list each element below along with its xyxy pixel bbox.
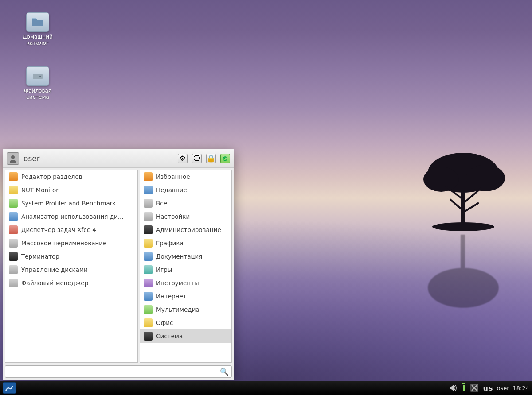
category-label: Офис — [156, 319, 173, 326]
app-icon — [9, 279, 18, 287]
wallpaper-tree — [415, 146, 512, 235]
search-input[interactable] — [8, 368, 220, 375]
cat-games[interactable]: Игры — [140, 263, 231, 276]
svg-point-5 — [428, 268, 499, 308]
category-icon — [144, 239, 153, 248]
category-label: Интернет — [156, 293, 187, 300]
app-label: Диспетчер задач Xfce 4 — [21, 226, 96, 233]
lock-icon: 🔒 — [207, 154, 215, 163]
filesystem-icon[interactable]: Файловая система — [18, 66, 58, 101]
taskbar: us oser 18:24 — [0, 381, 532, 395]
taskbar-user-label: oser — [497, 385, 509, 391]
svg-point-8 — [39, 76, 41, 77]
category-label: Инструменты — [156, 279, 199, 287]
user-avatar-icon — [7, 152, 19, 165]
svg-point-4 — [432, 222, 494, 231]
category-icon — [144, 279, 153, 287]
cat-graphics[interactable]: Графика — [140, 236, 231, 250]
svg-point-10 — [5, 389, 7, 391]
cat-office[interactable]: Офис — [140, 316, 231, 329]
category-icon — [144, 212, 153, 221]
app-disk-management[interactable]: Управление дисками — [5, 263, 137, 276]
app-icon — [9, 239, 18, 248]
svg-point-9 — [11, 155, 15, 159]
cat-multimedia[interactable]: Мультимедиа — [140, 303, 231, 316]
category-icon — [144, 292, 153, 301]
logout-button[interactable]: ⎋ — [220, 154, 230, 163]
app-icon — [9, 199, 18, 208]
app-label: Файловый менеджер — [21, 279, 88, 287]
app-terminator[interactable]: Терминатор — [5, 250, 137, 263]
cat-recent[interactable]: Недавние — [140, 183, 231, 197]
app-bulk-rename[interactable]: Массовое переименование — [5, 236, 137, 250]
home-folder-icon[interactable]: Домашний каталог — [18, 12, 58, 46]
cat-internet[interactable]: Интернет — [140, 290, 231, 303]
appmenu-categories-pane: ИзбранноеНедавниеВсеНастройкиАдминистрир… — [140, 170, 232, 363]
app-icon — [9, 252, 18, 261]
svg-point-2 — [466, 165, 505, 191]
cat-all[interactable]: Все — [140, 197, 231, 210]
category-icon — [144, 252, 153, 261]
svg-point-1 — [423, 167, 459, 192]
volume-icon[interactable] — [448, 383, 458, 393]
clock[interactable]: 18:24 — [513, 385, 529, 391]
app-label: System Profiler and Benchmark — [21, 200, 116, 207]
logout-icon: ⎋ — [223, 154, 227, 163]
wallpaper-tree-reflection — [415, 235, 512, 314]
folder-icon — [26, 12, 49, 32]
svg-rect-3 — [461, 186, 465, 226]
search-icon: 🔍 — [220, 368, 229, 376]
app-icon — [9, 186, 18, 194]
app-label: NUT Monitor — [21, 186, 59, 194]
category-label: Графика — [156, 240, 184, 247]
display-button[interactable]: 🖵 — [192, 154, 202, 163]
category-label: Документация — [156, 253, 203, 260]
appmenu-apps-pane: Редактор разделовNUT MonitorSystem Profi… — [5, 170, 138, 363]
appmenu-header: oser ⚙ 🖵 🔒 ⎋ — [3, 149, 234, 168]
app-icon — [9, 212, 18, 221]
appmenu-search[interactable]: 🔍 — [5, 365, 232, 378]
app-file-manager[interactable]: Файловый менеджер — [5, 276, 137, 290]
category-label: Настройки — [156, 213, 190, 220]
cat-settings[interactable]: Настройки — [140, 210, 231, 223]
svg-point-0 — [428, 153, 499, 193]
cat-favorites[interactable]: Избранное — [140, 170, 231, 183]
app-label: Терминатор — [21, 253, 59, 260]
category-label: Система — [156, 333, 183, 340]
category-icon — [144, 186, 153, 194]
category-label: Администрирование — [156, 226, 221, 233]
keyboard-layout-indicator[interactable]: us — [483, 384, 493, 392]
settings-button[interactable]: ⚙ — [178, 154, 188, 163]
cat-docs[interactable]: Документация — [140, 250, 231, 263]
display-icon: 🖵 — [193, 154, 200, 163]
category-label: Игры — [156, 266, 172, 273]
battery-indicator[interactable] — [462, 383, 466, 392]
app-partition-editor[interactable]: Редактор разделов — [5, 170, 137, 183]
app-icon — [9, 172, 18, 181]
category-icon — [144, 172, 153, 181]
category-label: Недавние — [156, 186, 187, 194]
app-icon — [9, 265, 18, 274]
start-menu-icon — [5, 384, 14, 391]
app-label: Анализатор использования ди... — [21, 213, 124, 220]
cat-tools[interactable]: Инструменты — [140, 276, 231, 290]
svg-rect-6 — [461, 235, 465, 275]
start-menu-button[interactable] — [3, 382, 16, 394]
drive-icon — [26, 66, 49, 86]
category-icon — [144, 199, 153, 208]
application-menu: oser ⚙ 🖵 🔒 ⎋ Редактор разделовNUT Monito… — [3, 149, 234, 380]
category-label: Все — [156, 200, 167, 207]
app-nut-monitor[interactable]: NUT Monitor — [5, 183, 137, 197]
app-xfce-task-manager[interactable]: Диспетчер задач Xfce 4 — [5, 223, 137, 236]
category-icon — [144, 265, 153, 274]
app-system-profiler[interactable]: System Profiler and Benchmark — [5, 197, 137, 210]
app-disk-usage-analyzer[interactable]: Анализатор использования ди... — [5, 210, 137, 223]
category-label: Избранное — [156, 173, 190, 180]
cat-admin[interactable]: Администрирование — [140, 223, 231, 236]
network-icon[interactable] — [469, 383, 480, 393]
lock-button[interactable]: 🔒 — [206, 154, 216, 163]
app-label: Массовое переименование — [21, 240, 106, 247]
category-label: Мультимедиа — [156, 306, 200, 313]
app-icon — [9, 225, 18, 234]
cat-system[interactable]: Система — [140, 329, 231, 343]
